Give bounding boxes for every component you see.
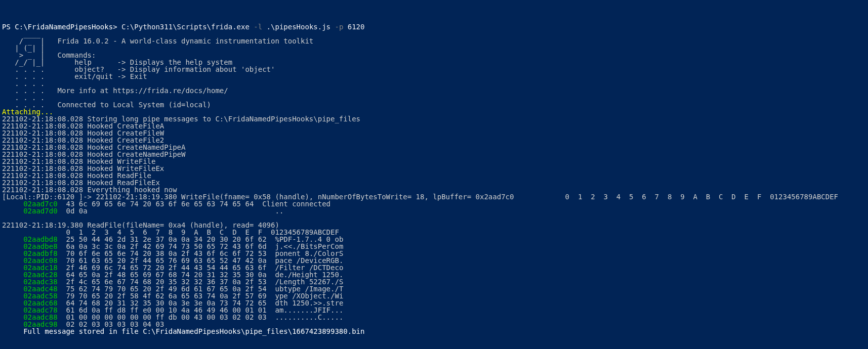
script-arg: .\pipesHooks.js — [262, 23, 330, 31]
hex-addr: 02aad7d0 — [23, 207, 57, 215]
footer-line: Full message stored in file C:\FridaName… — [2, 327, 364, 335]
pid-arg: 6120 — [343, 23, 364, 31]
banner-line: / _ | Frida 16.0.2 - A world-class dynam… — [2, 37, 313, 45]
exe-path: C:\Python311\Scripts\frida.exe — [117, 23, 250, 31]
flag-l: -l — [250, 23, 262, 31]
hex-ascii: .. — [267, 207, 284, 215]
hex-ascii: ..........C..... — [267, 313, 344, 321]
hex-bytes: 0d 0a — [58, 207, 267, 215]
flag-p: -p — [330, 23, 343, 31]
terminal-output[interactable]: PS C:\FridaNamedPipesHooks> C:\Python311… — [2, 23, 866, 335]
